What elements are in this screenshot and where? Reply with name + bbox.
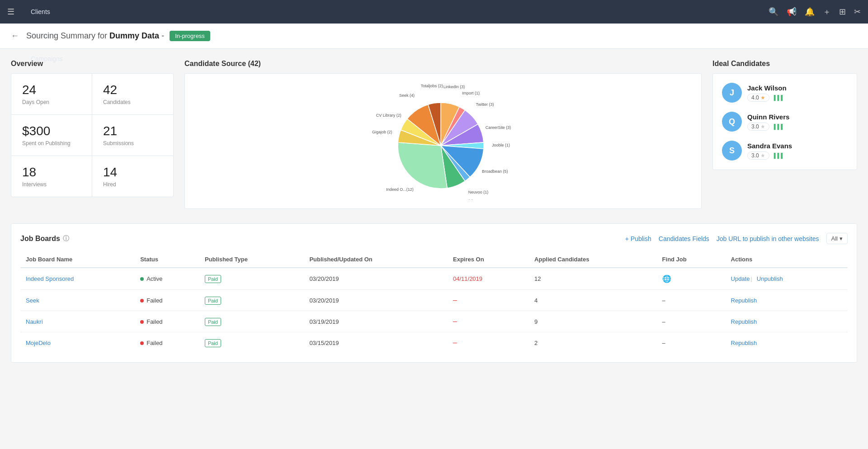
candidate-info: Sandra Evans 3.0 ★ ▐▐▐ [747,142,792,160]
overview-label: Hired [103,181,162,188]
update-link[interactable]: Update [731,275,750,282]
overview-cell: 14Hired [92,156,173,197]
published-on-cell: 03/19/2019 [304,311,448,332]
pie-label: Monster (3) [453,199,473,200]
status-cell: Failed [135,332,199,354]
published-on-cell: 03/15/2019 [304,332,448,354]
paid-badge: Paid [205,275,221,283]
overview-number: 18 [22,165,81,180]
find-job-cell: – [657,332,726,354]
avatar: J [722,83,742,103]
republish-link[interactable]: Republish [731,297,757,304]
table-column-header: Status [135,251,199,268]
overview-cell: 24Days Open [11,74,92,115]
status-text: Active [146,275,162,282]
candidate-name: Sandra Evans [747,142,792,150]
pie-label: Import (1) [462,91,480,95]
top-sections: Overview 24Days Open42Candidates$300Spen… [11,60,857,209]
board-name-cell: Indeed Sponsored [20,268,135,290]
actions-cell: Republish [726,290,848,311]
table-header-row: Job Board NameStatusPublished TypePublis… [20,251,848,268]
board-name-cell: MojeDelo [20,332,135,354]
table-column-header: Find Job [657,251,726,268]
status-text: Failed [146,340,162,346]
main-content: Overview 24Days Open42Candidates$300Spen… [0,49,868,373]
overview-cell: 18Interviews [11,156,92,197]
board-name-link[interactable]: Indeed Sponsored [26,275,74,282]
pie-label: Broadbean (5) [482,169,508,174]
find-job-cell: – [657,311,726,332]
announcement-icon[interactable]: 📢 [787,7,797,17]
board-name-link[interactable]: MojeDelo [26,340,51,346]
filter-label: All [831,235,838,242]
notification-icon[interactable]: 🔔 [805,7,815,17]
republish-link[interactable]: Republish [731,340,757,346]
paid-badge: Paid [205,297,221,305]
applied-candidates-cell: 2 [529,332,657,354]
signal-icon: ▐▐▐ [772,153,783,158]
status-cell: Failed [135,311,199,332]
expires-date: 04/11/2019 [453,275,482,282]
actions-cell: Republish [726,332,848,354]
overview-number: 24 [22,83,81,97]
grid-icon[interactable]: ⊞ [839,7,846,17]
title-separator: - [161,31,164,40]
star-icon: ★ [760,123,765,130]
job-boards-title-text: Job Boards [20,235,60,243]
find-job-dash: – [662,297,665,304]
unpublish-link[interactable]: Unpublish [757,275,783,282]
chevron-down-icon: ▾ [840,235,843,242]
pie-label: Neuvoo (1) [468,190,489,194]
applied-candidates-cell: 9 [529,311,657,332]
header-actions: + Publish Candidates Fields Job URL to p… [625,233,848,244]
avatar: S [722,141,742,161]
status-dot [140,277,144,281]
board-name-cell: Naukri [20,311,135,332]
pie-label: Seek (4) [399,93,415,98]
board-name-link[interactable]: Seek [26,297,39,304]
back-button[interactable]: ← [11,31,19,41]
status-dot [140,341,144,345]
publish-button[interactable]: + Publish [625,235,651,242]
applied-candidates-cell: 4 [529,290,657,311]
search-icon[interactable]: 🔍 [769,7,778,17]
pie-label: LinkedIn (3) [443,85,465,89]
menu-icon[interactable]: ☰ [7,7,14,17]
table-column-header: Expires On [448,251,529,268]
page-header: ← Sourcing Summary for Dummy Data - In-p… [0,24,868,49]
table-column-header: Published/Updated On [304,251,448,268]
globe-icon[interactable]: 🌐 [662,275,671,283]
table-column-header: Applied Candidates [529,251,657,268]
settings-icon[interactable]: ✂ [854,7,861,17]
candidate-row: S Sandra Evans 3.0 ★ ▐▐▐ [722,141,848,161]
pie-label: Gigajob (2) [372,130,392,134]
job-boards-section: Job Boards ⓘ + Publish Candidates Fields… [11,223,857,363]
rating-row: 3.0 ★ ▐▐▐ [747,123,789,131]
status-text: Failed [146,297,162,304]
overview-label: Days Open [22,99,81,105]
published-type-cell: Paid [199,268,304,290]
info-icon: ⓘ [63,235,69,243]
signal-icon: ▐▐▐ [772,124,783,129]
nav-item-clients[interactable]: Clients [24,0,77,24]
job-boards-table: Job Board NameStatusPublished TypePublis… [20,251,848,353]
add-icon[interactable]: ＋ [823,6,831,17]
republish-link[interactable]: Republish [731,318,757,325]
overview-number: 42 [103,83,162,97]
candidates-fields-link[interactable]: Candidates Fields [659,235,709,242]
table-column-header: Actions [726,251,848,268]
ideal-candidates-section: Ideal Candidates J Jack Wilson 4.0 ★ ▐▐▐… [712,60,857,209]
table-row: Indeed Sponsored Active Paid 03/20/2019 … [20,268,848,290]
avatar: Q [722,112,742,132]
board-name-link[interactable]: Naukri [26,318,43,325]
find-job-dash: – [662,318,665,325]
published-on-cell: 03/20/2019 [304,268,448,290]
filter-dropdown[interactable]: All ▾ [826,233,848,244]
expires-dash: – [453,339,457,346]
overview-grid: 24Days Open42Candidates$300Spent on Publ… [11,73,174,197]
actions-cell: Update|Unpublish [726,268,848,290]
pie-label: Twitter (3) [476,102,494,107]
job-url-link[interactable]: Job URL to publish in other websites [717,235,819,242]
page-title: Sourcing Summary for Dummy Data - [26,31,164,41]
candidate-source-card: LinkedIn (3)Import (1)Twitter (3)CareerS… [184,73,702,209]
